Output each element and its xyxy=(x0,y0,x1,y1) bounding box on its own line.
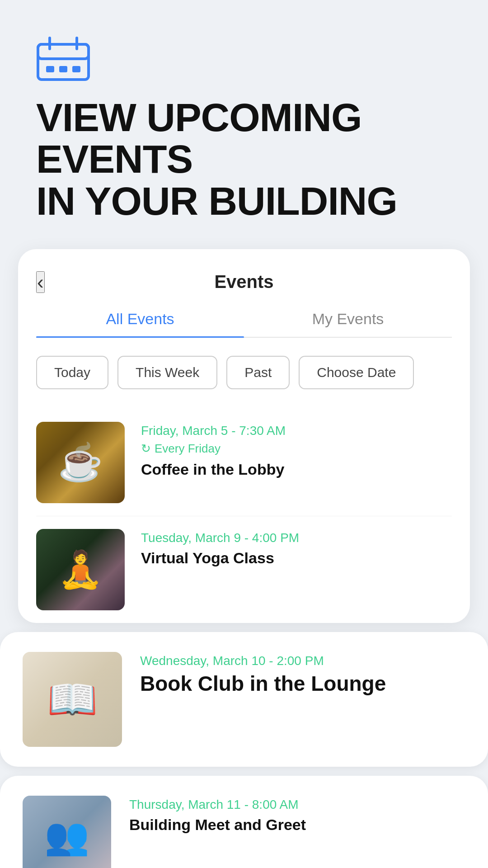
event-info-book: Wednesday, March 10 - 2:00 PM Book Club … xyxy=(140,652,465,696)
app-title: Events xyxy=(214,272,273,292)
event-card-meet[interactable]: Thursday, March 11 - 8:00 AM Building Me… xyxy=(0,776,488,868)
event-image-meet xyxy=(23,796,111,868)
event-list: Friday, March 5 - 7:30 AM ↻ Every Friday… xyxy=(36,409,452,623)
svg-rect-0 xyxy=(38,44,89,80)
event-name-coffee: Coffee in the Lobby xyxy=(141,460,452,479)
app-header: ‹ Events xyxy=(36,272,452,292)
hero-section: VIEW UPCOMING EVENTS IN YOUR BUILDING xyxy=(0,0,488,240)
event-date-coffee: Friday, March 5 - 7:30 AM xyxy=(141,424,452,438)
svg-rect-6 xyxy=(72,66,80,72)
event-date-meet: Thursday, March 11 - 8:00 AM xyxy=(129,797,465,812)
event-image-book xyxy=(23,652,122,747)
filter-choose-date[interactable]: Choose Date xyxy=(299,356,414,389)
book-event-row: Wednesday, March 10 - 2:00 PM Book Club … xyxy=(23,652,465,747)
event-date-yoga: Tuesday, March 9 - 4:00 PM xyxy=(141,531,452,545)
event-image-yoga xyxy=(36,529,125,610)
tab-my-events[interactable]: My Events xyxy=(244,310,452,337)
page-container: VIEW UPCOMING EVENTS IN YOUR BUILDING ‹ … xyxy=(0,0,488,868)
filter-row: Today This Week Past Choose Date xyxy=(36,356,452,389)
hero-title: VIEW UPCOMING EVENTS IN YOUR BUILDING xyxy=(36,97,452,222)
back-button[interactable]: ‹ xyxy=(36,271,45,293)
book-card-wrapper: Wednesday, March 10 - 2:00 PM Book Club … xyxy=(0,632,488,767)
event-info-coffee: Friday, March 5 - 7:30 AM ↻ Every Friday… xyxy=(141,422,452,479)
event-name-yoga: Virtual Yoga Class xyxy=(141,549,452,567)
event-card-book[interactable]: Wednesday, March 10 - 2:00 PM Book Club … xyxy=(0,632,488,767)
event-name-meet: Building Meet and Greet xyxy=(129,816,465,834)
event-recurrence-coffee: ↻ Every Friday xyxy=(141,442,452,456)
main-app-card: ‹ Events All Events My Events Today This… xyxy=(18,249,470,623)
event-info-yoga: Tuesday, March 9 - 4:00 PM Virtual Yoga … xyxy=(141,529,452,567)
event-name-book: Book Club in the Lounge xyxy=(140,672,465,696)
tab-all-events[interactable]: All Events xyxy=(36,310,244,337)
event-item-yoga[interactable]: Tuesday, March 9 - 4:00 PM Virtual Yoga … xyxy=(36,516,452,623)
filter-past[interactable]: Past xyxy=(226,356,290,389)
event-date-book: Wednesday, March 10 - 2:00 PM xyxy=(140,654,465,668)
tabs-row: All Events My Events xyxy=(36,310,452,338)
svg-rect-1 xyxy=(38,44,89,59)
event-item-coffee[interactable]: Friday, March 5 - 7:30 AM ↻ Every Friday… xyxy=(36,409,452,516)
filter-this-week[interactable]: This Week xyxy=(117,356,217,389)
svg-rect-5 xyxy=(59,66,67,72)
recurrence-icon: ↻ xyxy=(141,442,151,456)
event-image-coffee xyxy=(36,422,125,503)
svg-rect-4 xyxy=(46,66,54,72)
filter-today[interactable]: Today xyxy=(36,356,108,389)
event-info-meet: Thursday, March 11 - 8:00 AM Building Me… xyxy=(129,796,465,834)
calendar-icon xyxy=(36,36,452,83)
meet-event-row: Thursday, March 11 - 8:00 AM Building Me… xyxy=(23,796,465,868)
meet-card-wrapper: Thursday, March 11 - 8:00 AM Building Me… xyxy=(0,776,488,868)
